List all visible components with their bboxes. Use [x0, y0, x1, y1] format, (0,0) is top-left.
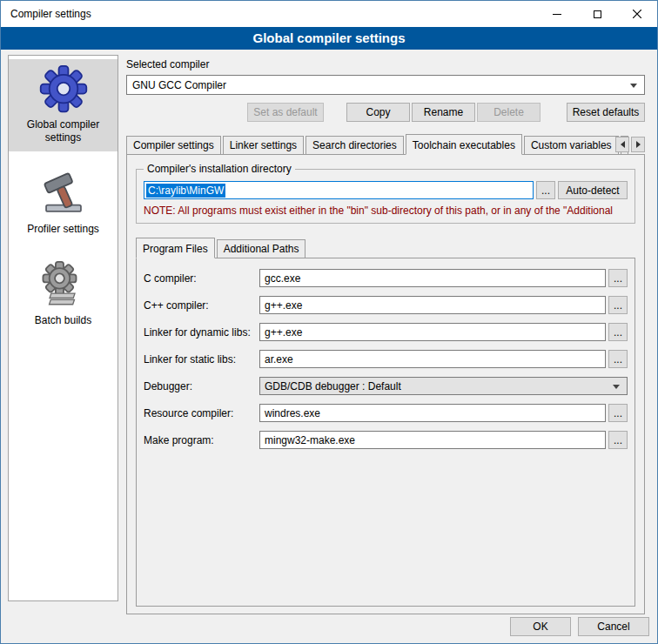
installation-directory-group: Compiler's installation directory C:\ray… — [136, 169, 635, 224]
set-as-default-button[interactable]: Set as default — [247, 103, 324, 122]
debugger-select-value: GDB/CDB debugger : Default — [265, 380, 401, 392]
resource-compiler-input[interactable]: windres.exe — [259, 404, 606, 422]
tab-scroll-arrows — [615, 137, 645, 152]
batch-gear-icon — [37, 260, 91, 311]
tab-program-files[interactable]: Program Files — [136, 238, 215, 258]
close-button[interactable] — [617, 1, 657, 27]
close-icon — [633, 10, 641, 18]
dialog-body: Global compiler settings Profiler settin… — [1, 50, 657, 643]
copy-button[interactable]: Copy — [346, 103, 410, 122]
sidebar-item-batch-builds[interactable]: Batch builds — [9, 255, 118, 334]
settings-tabstrip: Compiler settings Linker settings Search… — [126, 134, 645, 154]
tab-linker-settings[interactable]: Linker settings — [223, 136, 304, 154]
install-dir-value: C:\raylib\MinGW — [146, 184, 225, 198]
delete-button[interactable]: Delete — [477, 103, 540, 122]
main-panel: Selected compiler GNU GCC Compiler Set a… — [126, 50, 645, 614]
installation-directory-label: Compiler's installation directory — [144, 163, 295, 175]
form-row: Make program: mingw32-make.exe ... — [144, 431, 628, 449]
chevron-right-icon — [636, 141, 641, 148]
titlebar: Compiler settings — [1, 1, 657, 27]
linker-static-label: Linker for static libs: — [144, 353, 259, 366]
chevron-down-icon — [630, 84, 637, 88]
sidebar-item-global-compiler-settings[interactable]: Global compiler settings — [9, 59, 118, 151]
cpp-compiler-input[interactable]: g++.exe — [259, 296, 606, 314]
dialog-footer: OK Cancel — [510, 617, 649, 636]
ok-button[interactable]: OK — [510, 617, 571, 636]
debugger-label: Debugger: — [144, 380, 259, 392]
tab-scroll-right-button[interactable] — [631, 137, 645, 152]
selected-compiler-label: Selected compiler — [126, 58, 645, 70]
compiler-actions: Set as default Copy Rename Delete Reset … — [126, 103, 645, 122]
resource-compiler-label: Resource compiler: — [144, 407, 259, 419]
install-dir-input[interactable]: C:\raylib\MinGW — [144, 181, 534, 199]
rename-button[interactable]: Rename — [412, 103, 475, 122]
make-program-browse-button[interactable]: ... — [608, 431, 628, 449]
debugger-select[interactable]: GDB/CDB debugger : Default — [259, 377, 628, 395]
minimize-button[interactable] — [537, 1, 577, 27]
c-compiler-browse-button[interactable]: ... — [608, 269, 628, 287]
auto-detect-button[interactable]: Auto-detect — [558, 181, 628, 199]
linker-static-browse-button[interactable]: ... — [608, 350, 628, 368]
compiler-select-value: GNU GCC Compiler — [132, 79, 226, 91]
tab-toolchain-executables[interactable]: Toolchain executables — [406, 134, 522, 155]
compiler-select[interactable]: GNU GCC Compiler — [126, 75, 645, 95]
compiler-settings-window: Compiler settings Global compiler settin… — [0, 0, 658, 644]
form-row: Linker for dynamic libs: g++.exe ... — [144, 323, 628, 341]
chevron-down-icon — [613, 385, 620, 389]
form-row: Linker for static libs: ar.exe ... — [144, 350, 628, 368]
sidebar: Global compiler settings Profiler settin… — [8, 55, 118, 601]
linker-dynamic-browse-button[interactable]: ... — [608, 323, 628, 341]
window-controls — [537, 1, 657, 27]
maximize-button[interactable] — [577, 1, 617, 27]
tab-custom-variables[interactable]: Custom variables — [524, 136, 619, 154]
chevron-left-icon — [621, 141, 625, 148]
sidebar-item-label: Batch builds — [35, 314, 91, 327]
minimize-icon — [553, 14, 561, 15]
linker-static-input[interactable]: ar.exe — [259, 350, 606, 368]
dialog-header: Global compiler settings — [1, 27, 657, 50]
toolchain-executables-page: Compiler's installation directory C:\ray… — [126, 154, 645, 614]
resource-compiler-browse-button[interactable]: ... — [608, 404, 628, 422]
c-compiler-label: C compiler: — [144, 272, 259, 285]
sidebar-item-profiler-settings[interactable]: Profiler settings — [9, 164, 118, 243]
maximize-icon — [594, 10, 601, 18]
c-compiler-input[interactable]: gcc.exe — [259, 269, 606, 287]
cpp-compiler-browse-button[interactable]: ... — [608, 296, 628, 314]
window-title: Compiler settings — [1, 8, 91, 20]
program-files-tabstrip: Program Files Additional Paths — [136, 238, 635, 258]
tab-compiler-settings[interactable]: Compiler settings — [126, 136, 221, 154]
tab-scroll-left-button[interactable] — [615, 137, 629, 152]
form-row: C compiler: gcc.exe ... — [144, 269, 628, 287]
make-program-input[interactable]: mingw32-make.exe — [259, 431, 606, 449]
installation-directory-row: C:\raylib\MinGW ... Auto-detect — [144, 181, 628, 199]
sidebar-item-label: Profiler settings — [27, 223, 99, 236]
form-row: Resource compiler: windres.exe ... — [144, 404, 628, 422]
cancel-button[interactable]: Cancel — [578, 617, 649, 636]
tab-additional-paths[interactable]: Additional Paths — [217, 239, 306, 258]
program-files-panel: C compiler: gcc.exe ... C++ compiler: g+… — [136, 258, 635, 607]
form-row: Debugger: GDB/CDB debugger : Default — [144, 377, 628, 395]
note-text: NOTE: All programs must exist either in … — [144, 205, 628, 217]
hammer-icon — [37, 169, 91, 219]
reset-defaults-button[interactable]: Reset defaults — [567, 103, 645, 122]
sidebar-item-label: Global compiler settings — [10, 118, 116, 144]
linker-dynamic-label: Linker for dynamic libs: — [144, 326, 259, 339]
form-row: C++ compiler: g++.exe ... — [144, 296, 628, 314]
gear-icon — [37, 64, 91, 115]
cpp-compiler-label: C++ compiler: — [144, 299, 259, 312]
tab-search-directories[interactable]: Search directories — [306, 136, 404, 154]
linker-dynamic-input[interactable]: g++.exe — [259, 323, 606, 341]
make-program-label: Make program: — [144, 434, 259, 446]
install-dir-browse-button[interactable]: ... — [536, 181, 555, 199]
